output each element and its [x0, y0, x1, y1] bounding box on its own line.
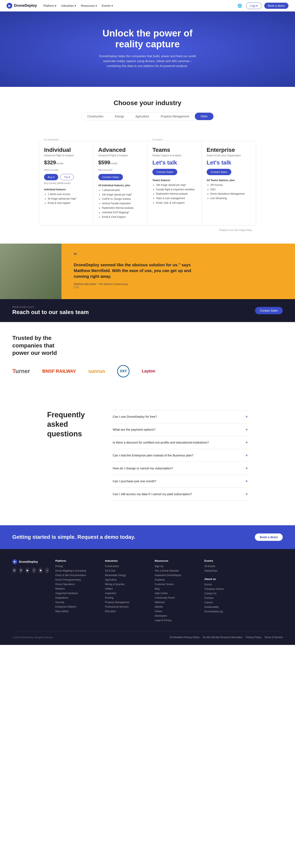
plan-individual-name: Individual: [44, 147, 88, 153]
footer-link-supported-hw[interactable]: Supported Hardware: [55, 592, 99, 595]
footer-link-webinars[interactable]: Webinars: [155, 601, 198, 604]
footer-link-videos[interactable]: Videos: [155, 610, 198, 613]
tab-agriculture[interactable]: Agriculture: [130, 113, 155, 120]
faq-question-3[interactable]: Can I trial the Enterprise plan instead …: [113, 449, 248, 462]
footer-link-all-events[interactable]: All Events: [204, 565, 248, 568]
footer-link-photogrammetry[interactable]: Drone Photogrammetry: [55, 578, 99, 581]
list-item: 1 admin user access: [48, 192, 88, 196]
faq-question-1[interactable]: What are the payment options? +: [113, 423, 248, 436]
list-item: Facade flight & inspection workflow: [156, 188, 197, 191]
footer-link-implement[interactable]: Implement DroneDeploy: [155, 574, 198, 577]
logo-icon: ▶: [6, 3, 12, 9]
faq-question-2[interactable]: Is there a discount for certified non-pr…: [113, 436, 248, 449]
buy-button[interactable]: Buy it: [44, 174, 58, 180]
footer-link-help-center[interactable]: Help Center: [155, 592, 198, 595]
footer-link-robotics[interactable]: Robotics: [55, 587, 99, 590]
footer-link-ebooks[interactable]: eBooks: [155, 606, 198, 608]
footer-link-pricing[interactable]: Pricing: [55, 565, 99, 568]
contact-sales-cta-button[interactable]: Contact Sales: [255, 307, 283, 314]
footer-link-construction[interactable]: Construction: [105, 565, 149, 568]
faq-question-6[interactable]: Can I still access my data if I cancel m…: [113, 488, 248, 500]
list-item: 10k image upload per map*: [102, 193, 143, 196]
footer-link-map-gallery[interactable]: Map Gallery: [55, 610, 99, 613]
plan-teams-cta: Contact Sales: [152, 169, 197, 175]
globe-icon[interactable]: 🌐: [237, 3, 242, 8]
footer-link-oil-gas[interactable]: Oil & Gas: [105, 569, 149, 572]
footer-link-enterprise[interactable]: Enterprise Platform: [55, 606, 99, 608]
hero-heading: Unlock the power of reality capture: [86, 28, 209, 50]
footer-link-utilities[interactable]: Utilities: [105, 587, 149, 590]
footer-terms-link[interactable]: Terms of Service: [264, 636, 283, 639]
footer-privacy-policy-link[interactable]: Privacy Policy: [246, 636, 261, 639]
contact-sales-button-teams[interactable]: Contact Sales: [152, 169, 177, 175]
contact-sales-button-advanced[interactable]: Contact Sales: [98, 174, 123, 180]
footer-link-property-mgmt[interactable]: Property Management: [105, 601, 149, 604]
footer-link-education[interactable]: Education: [105, 610, 149, 613]
footer-link-mining[interactable]: Mining & Quarries: [105, 583, 149, 586]
nav-events[interactable]: Events ▾: [102, 4, 113, 7]
nav-resources[interactable]: Resources ▾: [81, 4, 97, 7]
footer-link-professional[interactable]: Professional Services: [105, 606, 149, 608]
footer-link-about-events[interactable]: Events: [204, 583, 248, 586]
social-facebook-icon[interactable]: f: [32, 567, 36, 573]
footer-link-roofing[interactable]: Roofing: [105, 596, 149, 599]
footer-link-sign-up[interactable]: Sign Up: [155, 565, 198, 568]
footer-link-community[interactable]: Community Forum: [155, 596, 198, 599]
social-twitter-icon[interactable]: ✕: [19, 567, 23, 573]
faq-plus-icon: +: [245, 427, 248, 432]
footer-link-careers[interactable]: Careers: [204, 601, 248, 604]
footer-link-agriculture[interactable]: Agriculture: [105, 578, 149, 581]
cta-dark-label: Ready to learn more?: [12, 306, 89, 308]
faq-question-0[interactable]: Can I use DroneDeploy for free? +: [113, 410, 248, 423]
try-button[interactable]: Try it: [60, 174, 74, 180]
footer-link-renewable[interactable]: Renewable Energy: [105, 574, 149, 577]
tab-energy[interactable]: Energy: [109, 113, 130, 120]
logo-bnsf: BNSF RAILWAY: [42, 369, 76, 373]
footer-link-blog[interactable]: Blog: [155, 587, 198, 590]
tab-property-management[interactable]: Property Management: [155, 113, 195, 120]
footer-link-academy[interactable]: Academy: [155, 578, 198, 581]
footer-link-drone-mapping[interactable]: Drone Mapping & Surveying: [55, 569, 99, 572]
footer-link-deploydays[interactable]: DeployDays: [204, 569, 248, 572]
footer-link-legal[interactable]: Legal & Privacy: [155, 619, 198, 622]
footer-link-security[interactable]: Security: [55, 601, 99, 604]
faq-question-5[interactable]: Can I purchase just one month? +: [113, 475, 248, 488]
plan-individual-price-note: billed annually: [44, 168, 88, 171]
social-instagram-icon[interactable]: ◉: [38, 567, 42, 573]
faq-question-4[interactable]: How do I change or cancel my subscriptio…: [113, 462, 248, 475]
pricing-labels: For individuals For teams: [39, 137, 256, 141]
nav-platform[interactable]: Platform ▾: [43, 4, 56, 7]
tab-other[interactable]: Other: [195, 113, 213, 120]
testimonial-author: Matthew Merryfield - The Nature Conserva…: [74, 282, 283, 286]
tab-construction[interactable]: Construction: [82, 113, 109, 120]
social-tiktok-icon[interactable]: ♪: [45, 567, 49, 573]
footer-link-photo-site[interactable]: Photo & Site Documentation: [55, 574, 99, 577]
nav-industries[interactable]: Industries ▾: [61, 4, 76, 7]
social-linkedin-icon[interactable]: in: [12, 567, 17, 573]
footer-privacy-notice-link[interactable]: CA Resident Privacy Notice: [170, 636, 200, 639]
footer-do-not-sell-link[interactable]: Do Not Sell My Personal Information: [203, 636, 242, 639]
plan-teams-subtitle: Reality Capture & Analysis: [152, 154, 197, 157]
footer-link-developers[interactable]: Developers: [155, 614, 198, 617]
logo[interactable]: ▶ DroneDeploy: [6, 3, 37, 9]
footer-link-drone-ops[interactable]: Drone Operations: [55, 583, 99, 586]
footer-link-sustainability[interactable]: Sustainability: [204, 606, 248, 609]
hero-content: Unlock the power of reality capture Dron…: [4, 28, 291, 68]
footer-link-contact[interactable]: Contact Us: [204, 592, 248, 595]
footer-platform-col: Platform Pricing Drone Mapping & Surveyi…: [55, 559, 99, 623]
footer-link-hire-operator[interactable]: Hire a Drone Operator: [155, 569, 198, 572]
book-demo-button[interactable]: Book a demo: [264, 3, 289, 9]
faq-item: How do I change or cancel my subscriptio…: [113, 462, 248, 475]
contact-sales-button-enterprise[interactable]: Contact Sales: [207, 169, 232, 175]
footer-link-customer-stories[interactable]: Customer Stories: [155, 583, 198, 586]
for-teams-label: For teams: [147, 137, 202, 141]
faq-plus-icon: +: [245, 492, 248, 497]
book-demo-cta-button[interactable]: Book a demo: [255, 533, 283, 541]
social-youtube-icon[interactable]: ▶: [25, 567, 30, 573]
footer-link-partners[interactable]: Partners: [204, 596, 248, 599]
footer-link-mission[interactable]: Company mission: [204, 588, 248, 590]
footer-link-integrations[interactable]: Integrations: [55, 596, 99, 599]
footer-link-inspection[interactable]: Inspection: [105, 592, 149, 595]
footer-link-dronedeploy-org[interactable]: DroneDeploy.org: [204, 610, 248, 613]
log-in-button[interactable]: Log in: [246, 2, 262, 9]
